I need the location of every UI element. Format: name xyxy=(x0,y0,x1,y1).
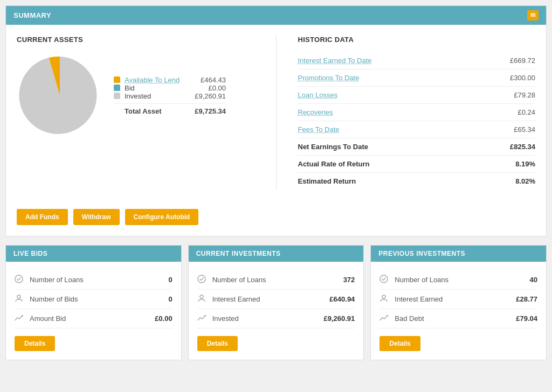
total-row: Total Asset £9,725.34 xyxy=(114,103,226,115)
configure-autobid-button[interactable]: Configure Autobid xyxy=(125,209,199,225)
card-body: CURRENT ASSETS xyxy=(6,25,546,200)
current-investments-card: CURRENT INVESTMENTS Number of Loans 372 … xyxy=(188,245,364,360)
current-inv-label-2: Invested xyxy=(212,314,319,323)
previous-investments-body: Number of Loans 40 Interest Earned £28.7… xyxy=(371,262,546,360)
prev-inv-value-1: £28.77 xyxy=(505,295,537,303)
previous-investments-card: PREVIOUS INVESTMENTS Number of Loans 40 … xyxy=(370,245,547,360)
historic-value-5: £825.34 xyxy=(510,143,535,151)
live-bids-label-0: Number of Loans xyxy=(30,276,136,284)
historic-label-4[interactable]: Fees To Date xyxy=(298,125,340,134)
current-assets-title: CURRENT ASSETS xyxy=(17,36,254,44)
total-label: Total Asset xyxy=(125,107,184,115)
legend-item-available: Available To Lend £464.43 xyxy=(114,76,226,84)
prev-inv-stat-0: Number of Loans 40 xyxy=(380,270,537,290)
assets-content: Available To Lend £464.43 Bid £0.00 Inve… xyxy=(17,52,254,138)
historic-data-section: HISTORIC DATA Interest Earned To Date £6… xyxy=(298,36,536,190)
historic-row-4: Fees To Date £65.34 xyxy=(298,121,536,138)
previous-investments-details-button[interactable]: Details xyxy=(380,336,420,351)
current-assets-section: CURRENT ASSETS xyxy=(17,36,254,190)
email-icon[interactable]: ✉ xyxy=(527,10,539,20)
svg-point-0 xyxy=(15,275,23,283)
historic-row-7: Estimated Return 8.02% xyxy=(298,173,536,190)
prev-inv-stat-1: Interest Earned £28.77 xyxy=(380,290,537,309)
historic-value-7: 8.02% xyxy=(515,177,535,185)
svg-point-1 xyxy=(17,295,20,298)
current-inv-stat-2: Invested £9,260.91 xyxy=(197,309,355,328)
legend: Available To Lend £464.43 Bid £0.00 Inve… xyxy=(114,76,226,115)
current-investments-details-button[interactable]: Details xyxy=(197,336,238,351)
current-investments-body: Number of Loans 372 Interest Earned £640… xyxy=(189,262,364,360)
historic-label-3[interactable]: Recoveries xyxy=(298,108,333,116)
current-inv-value-2: £9,260.91 xyxy=(322,314,355,323)
chart-icon-0 xyxy=(15,313,25,324)
historic-value-1: £300.00 xyxy=(510,74,535,82)
add-funds-button[interactable]: Add Funds xyxy=(17,209,68,225)
prev-inv-label-0: Number of Loans xyxy=(395,276,501,284)
invested-dot xyxy=(114,93,120,99)
total-value: £9,725.34 xyxy=(188,107,226,115)
historic-label-1[interactable]: Promotions To Date xyxy=(298,74,360,82)
person-icon-1 xyxy=(197,294,208,304)
bid-value: £0.00 xyxy=(188,84,226,92)
svg-point-4 xyxy=(380,275,388,283)
historic-value-0: £669.72 xyxy=(510,57,535,65)
live-bids-value-2: £0.00 xyxy=(140,314,172,323)
legend-item-invested: Invested £9,260.91 xyxy=(114,92,226,100)
live-bids-stat-0: Number of Loans 0 xyxy=(15,270,172,290)
current-inv-stat-1: Interest Earned £640.94 xyxy=(197,290,355,309)
main-summary-card: SUMMARY ✉ CURRENT ASSETS xyxy=(5,5,547,236)
check-icon-1 xyxy=(197,275,208,285)
historic-label-0[interactable]: Interest Earned To Date xyxy=(298,57,372,65)
legend-item-bid: Bid £0.00 xyxy=(114,84,226,92)
current-inv-stat-0: Number of Loans 372 xyxy=(197,270,355,290)
current-investments-header: CURRENT INVESTMENTS xyxy=(189,246,364,262)
available-label[interactable]: Available To Lend xyxy=(125,76,184,84)
historic-row-3: Recoveries £0.24 xyxy=(298,104,536,121)
check-icon-2 xyxy=(380,275,390,285)
live-bids-value-0: 0 xyxy=(140,276,172,284)
historic-rows: Interest Earned To Date £669.72 Promotio… xyxy=(298,52,536,190)
pie-chart xyxy=(17,52,103,138)
invested-value: £9,260.91 xyxy=(188,92,226,100)
live-bids-header: LIVE BIDS xyxy=(6,246,181,262)
live-bids-details-button[interactable]: Details xyxy=(15,336,55,351)
person-icon-2 xyxy=(380,294,390,304)
prev-inv-value-2: £79.04 xyxy=(505,314,537,323)
historic-row-0: Interest Earned To Date £669.72 xyxy=(298,52,536,69)
prev-inv-stat-2: Bad Debt £79.04 xyxy=(380,309,537,328)
withdraw-button[interactable]: Withdraw xyxy=(73,209,120,225)
main-card-header: SUMMARY ✉ xyxy=(6,6,546,25)
historic-value-2: £79.28 xyxy=(514,91,535,99)
historic-row-5: Net Earnings To Date £825.34 xyxy=(298,138,536,156)
historic-label-6: Actual Rate of Return xyxy=(298,160,370,168)
historic-row-1: Promotions To Date £300.00 xyxy=(298,69,536,87)
live-bids-stat-2: Amount Bid £0.00 xyxy=(15,309,172,328)
live-bids-body: Number of Loans 0 Number of Bids 0 Amoun… xyxy=(6,262,181,360)
prev-inv-label-1: Interest Earned xyxy=(395,295,501,303)
previous-investments-header: PREVIOUS INVESTMENTS xyxy=(371,246,546,262)
live-bids-value-1: 0 xyxy=(140,295,172,303)
historic-value-4: £65.34 xyxy=(514,125,535,134)
bid-label: Bid xyxy=(125,84,184,92)
svg-point-5 xyxy=(382,295,385,298)
historic-row-2: Loan Losses £79.28 xyxy=(298,87,536,104)
live-bids-card: LIVE BIDS Number of Loans 0 Number of Bi… xyxy=(5,245,182,360)
historic-value-6: 8.19% xyxy=(515,160,535,168)
current-inv-value-0: 372 xyxy=(322,276,355,284)
historic-label-7: Estimated Return xyxy=(298,177,356,185)
prev-inv-label-2: Bad Debt xyxy=(395,314,501,323)
person-icon-0 xyxy=(15,294,25,304)
historic-row-6: Actual Rate of Return 8.19% xyxy=(298,156,536,173)
svg-point-3 xyxy=(200,295,203,298)
chart-icon-1 xyxy=(197,313,208,324)
live-bids-label-1: Number of Bids xyxy=(30,295,136,303)
historic-value-3: £0.24 xyxy=(518,108,535,116)
current-inv-value-1: £640.94 xyxy=(322,295,355,303)
total-spacer xyxy=(114,108,120,114)
current-inv-label-1: Interest Earned xyxy=(212,295,319,303)
historic-label-2[interactable]: Loan Losses xyxy=(298,91,338,99)
summary-title: SUMMARY xyxy=(13,11,51,19)
vertical-divider xyxy=(276,36,277,190)
bid-dot xyxy=(114,85,120,91)
live-bids-label-2: Amount Bid xyxy=(30,314,136,323)
